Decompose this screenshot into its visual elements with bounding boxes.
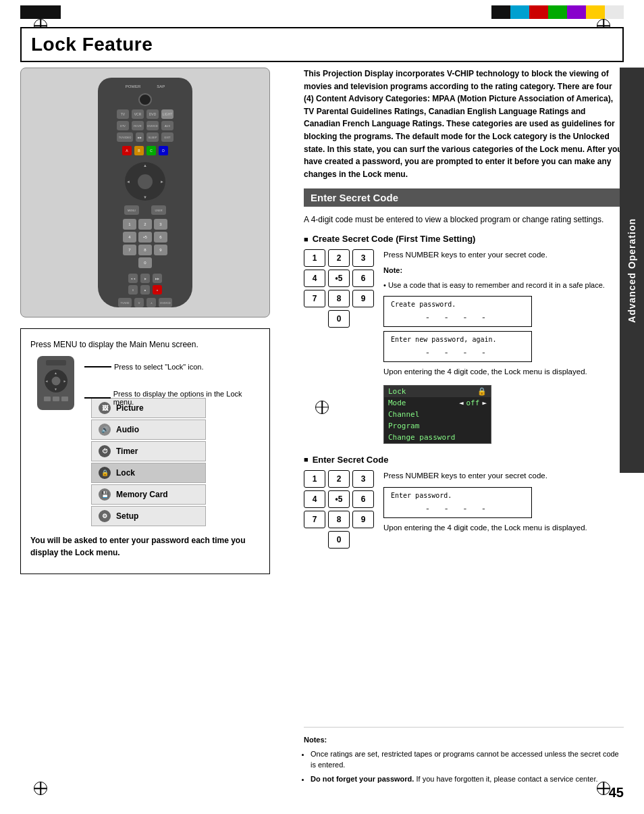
ekey-8: 8	[328, 511, 350, 528]
intro-text: This Projection Display incorporates V-C…	[304, 68, 624, 180]
ekey-3: 3	[352, 470, 374, 488]
key-3: 3	[352, 249, 374, 267]
vertical-sidebar: Advanced Operation	[620, 68, 644, 473]
ekey-0: 0	[328, 531, 350, 549]
sidebar-label: Advanced Operation	[626, 218, 637, 323]
ekey-6: 6	[352, 490, 374, 508]
memory-icon: 💾	[99, 488, 111, 501]
enter-subsection-title: Enter Secret Code	[304, 455, 624, 465]
lock-menu-mode: Mode	[388, 399, 406, 407]
ekey-7: 7	[304, 511, 325, 528]
ekey-4: 4	[304, 490, 325, 508]
lock-menu-mode-nav: ◄ off ►	[459, 399, 487, 407]
remote-body: POWER SAP TV VCR DVD LIGHT DTV RCVR DVD/…	[98, 78, 192, 307]
lock-menu-box: Lock 🔒 Mode ◄ off ► Channel Program Chan…	[383, 385, 491, 444]
key-4: 4	[304, 270, 325, 287]
press-menu-text: Press MENU to display the Main Menu scre…	[30, 338, 260, 351]
lock-menu-channel: Channel	[388, 410, 419, 419]
ekey-1: 1	[304, 470, 325, 488]
menu-item-setup-label: Setup	[116, 511, 138, 521]
instructions-box: Press MENU to display the Main Menu scre…	[20, 328, 270, 574]
menu-item-memory: 💾 Memory Card	[91, 484, 206, 505]
page-title-bar: Lock Feature	[20, 27, 624, 62]
note-2: Do not forget your password. If you have…	[311, 773, 624, 785]
note-1: Once ratings are set, restricted tapes o…	[311, 748, 624, 771]
pw-box-1-dashes: - - - -	[391, 312, 525, 322]
create-subsection-title: Create Secret Code (First Time Setting)	[304, 234, 624, 244]
timer-icon: ⏱	[99, 445, 111, 457]
arrow2-label: Press to display the options in the Lock…	[113, 390, 260, 406]
arrow1-label: Press to select "Lock" icon.	[114, 363, 204, 371]
key-0: 0	[328, 310, 350, 328]
enter-pw-box-label: Enter password.	[391, 492, 525, 499]
section-header: Enter Secret Code	[304, 188, 624, 207]
key-8: 8	[328, 290, 350, 307]
color-bar-left	[20, 5, 61, 19]
create-title-text: Create Secret Code (First Time Setting)	[313, 234, 476, 244]
menu-item-setup: ⚙ Setup	[91, 506, 206, 526]
page-number: 45	[609, 785, 624, 800]
right-column: This Projection Display incorporates V-C…	[304, 68, 624, 555]
reg-mark-bl	[34, 782, 47, 795]
create-keypad-area: 1 2 3 4 •5 6 7 8 9 0 Press NUMBER keys t…	[304, 249, 624, 447]
color-bar-right	[491, 5, 624, 19]
create-note-text: • Use a code that is easy to remember an…	[383, 280, 605, 291]
pw-box-1-label: Create password.	[391, 301, 525, 308]
enter-keypad: 1 2 3 4 •5 6 7 8 9 0	[304, 470, 374, 549]
key-5: •5	[328, 270, 350, 287]
ekey-2: 2	[328, 470, 350, 488]
key-9: 9	[352, 290, 374, 307]
create-instructions: Press NUMBER keys to enter your secret c…	[383, 249, 605, 447]
key-6: 6	[352, 270, 374, 287]
menu-item-memory-label: Memory Card	[116, 490, 168, 499]
menu-item-timer: ⏱ Timer	[91, 441, 206, 461]
bottom-note: You will be asked to enter your password…	[30, 534, 260, 559]
create-keypad: 1 2 3 4 •5 6 7 8 9 0	[304, 249, 374, 328]
password-box-2: Enter new password, again. - - - -	[383, 331, 532, 362]
enter-instructions: Press NUMBER keys to enter your secret c…	[383, 470, 587, 541]
section-desc: A 4-digit code must be entered to view a…	[304, 213, 624, 226]
lock-menu-title: Lock	[388, 387, 406, 396]
menu-list: 🖼 Picture 🔊 Audio ⏱ Timer 🔒 Lock 💾 Memor…	[91, 398, 260, 526]
separator	[304, 727, 624, 728]
section-title: Enter Secret Code	[311, 192, 398, 203]
password-box-1: Create password. - - - -	[383, 296, 532, 327]
upon-text-2: Upon entering the 4 digit code, the Lock…	[383, 522, 587, 534]
mini-remote: ▲ ▼ ◄ ►	[37, 356, 74, 410]
notes-title: Notes:	[304, 734, 624, 746]
pw-box-2-label: Enter new password, again.	[391, 336, 525, 343]
enter-pw-box-dashes: - - - -	[391, 503, 525, 513]
menu-item-audio: 🔊 Audio	[91, 419, 206, 440]
menu-item-lock: 🔒 Lock	[91, 463, 206, 483]
notes-list: Once ratings are set, restricted tapes o…	[304, 748, 624, 785]
menu-item-lock-label: Lock	[116, 468, 135, 478]
lock-icon: 🔒	[99, 467, 111, 479]
menu-item-timer-label: Timer	[116, 447, 138, 456]
lock-menu-program: Program	[388, 422, 419, 430]
left-column: POWER SAP TV VCR DVD LIGHT DTV RCVR DVD/…	[20, 68, 284, 574]
remote-image: POWER SAP TV VCR DVD LIGHT DTV RCVR DVD/…	[20, 68, 270, 317]
ekey-9: 9	[352, 511, 374, 528]
ekey-5: •5	[328, 490, 350, 508]
key-7: 7	[304, 290, 325, 307]
menu-item-audio-label: Audio	[116, 425, 139, 434]
lock-menu-change-pw: Change password	[388, 433, 455, 442]
mini-remote-dpad: ▲ ▼ ◄ ►	[45, 370, 68, 392]
setup-icon: ⚙	[99, 510, 111, 522]
bottom-notes: Notes: Once ratings are set, restricted …	[304, 720, 624, 787]
remote-power-btn	[138, 93, 152, 106]
enter-password-box: Enter password. - - - -	[383, 487, 532, 518]
remote-dpad: ▲ ▼ ◄ ►	[125, 162, 165, 201]
key-2: 2	[328, 249, 350, 267]
enter-title-text: Enter Secret Code	[313, 455, 389, 465]
create-note-title: Note:	[383, 265, 605, 276]
key-1: 1	[304, 249, 325, 267]
audio-icon: 🔊	[99, 424, 111, 436]
pw-box-2-dashes: - - - -	[391, 347, 525, 357]
page-title: Lock Feature	[31, 34, 613, 55]
enter-keypad-area: 1 2 3 4 •5 6 7 8 9 0 Press NUMBER keys t…	[304, 470, 624, 549]
upon-text-1: Upon entering the 4 digit code, the Lock…	[383, 366, 605, 378]
